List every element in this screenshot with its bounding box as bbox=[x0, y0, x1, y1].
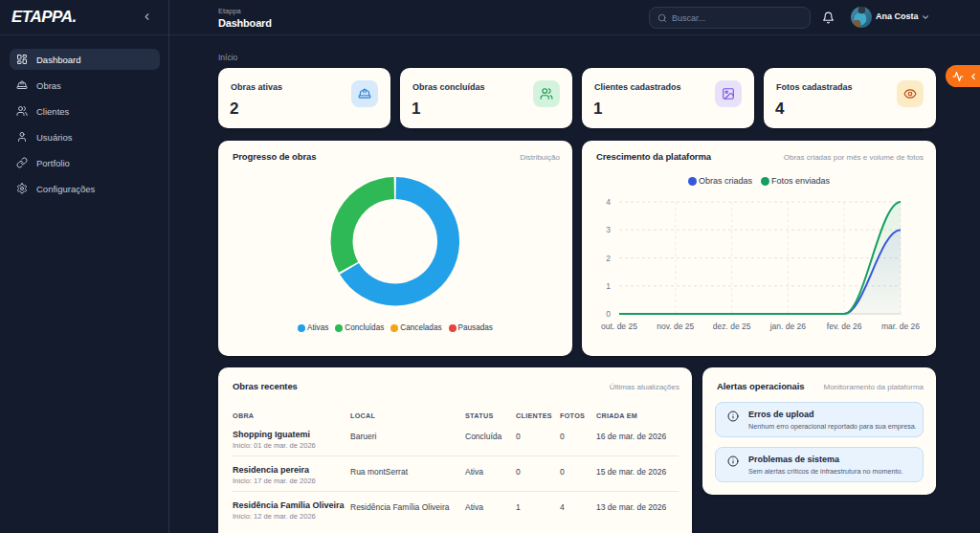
svg-text:jan. de 26: jan. de 26 bbox=[769, 322, 807, 331]
svg-text:0: 0 bbox=[606, 309, 611, 319]
svg-text:3: 3 bbox=[606, 225, 611, 234]
svg-text:mar. de 26: mar. de 26 bbox=[881, 322, 920, 331]
svg-text:1: 1 bbox=[606, 281, 611, 291]
svg-text:4: 4 bbox=[606, 197, 611, 207]
svg-text:dez. de 25: dez. de 25 bbox=[713, 322, 751, 331]
svg-text:out. de 25: out. de 25 bbox=[601, 322, 637, 331]
svg-text:2: 2 bbox=[606, 254, 611, 263]
svg-text:nov. de 25: nov. de 25 bbox=[657, 322, 694, 331]
svg-text:fev. de 26: fev. de 26 bbox=[827, 322, 862, 331]
